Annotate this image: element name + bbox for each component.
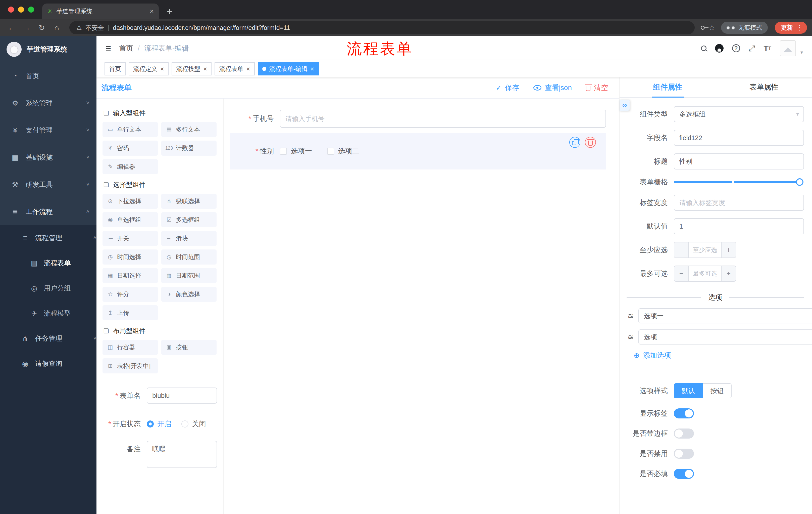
palette-item-cascader[interactable]: ⋔级联选择 [161,194,216,209]
palette-item-date-picker[interactable]: ▦日期选择 [103,268,158,283]
browser-update-button[interactable]: 更新 ⋮ [775,22,807,34]
tab-component-props[interactable]: 组件属性 [619,77,716,97]
radio-closed[interactable]: 关闭 [181,419,206,429]
sidebar-item-system[interactable]: ⚙ 系统管理 ˅ [0,89,96,117]
tag-home[interactable]: 首页 [105,62,126,76]
option-label-input[interactable] [638,329,812,345]
plus-button[interactable]: + [721,266,736,281]
user-avatar[interactable] [780,40,796,56]
back-icon[interactable]: ← [5,23,18,32]
clear-button[interactable]: 清空 [586,83,608,92]
window-close-button[interactable] [8,6,14,12]
tag-process-definition[interactable]: 流程定义 × [128,62,169,76]
border-toggle[interactable] [674,429,694,438]
font-size-icon[interactable]: TT [763,44,771,53]
tag-process-form[interactable]: 流程表单 × [214,62,255,76]
drag-handle-icon[interactable]: ≋ [628,312,634,320]
field-name-input[interactable] [674,130,804,146]
sidebar-item-leave-query[interactable]: ◉ 请假查询 [0,351,96,376]
remark-textarea[interactable]: 嘿嘿 [147,441,217,468]
tag-close-icon[interactable]: × [160,65,164,72]
checkbox-option-two[interactable]: 选项二 [327,146,359,156]
sidebar-item-home[interactable]: ◔ 首页 [0,62,96,89]
copy-widget-button[interactable] [569,137,580,148]
form-name-input[interactable] [147,387,217,404]
tag-close-icon[interactable]: × [203,65,207,72]
page-url[interactable]: dashboard.yudao.iocoder.cn/bpm/manager/f… [113,24,290,31]
fullscreen-icon[interactable]: ⤢ [749,44,755,53]
window-zoom-button[interactable] [28,6,34,12]
phone-field[interactable]: *手机号 [230,110,606,128]
title-input[interactable] [674,154,804,169]
tab-close-icon[interactable]: × [150,7,154,15]
tag-process-form-edit[interactable]: 流程表单-编辑 × [258,62,319,76]
palette-item-color-picker[interactable]: ◑颜色选择 [161,287,216,302]
disabled-toggle[interactable] [674,449,694,459]
add-option-button[interactable]: ⊕ 添加选项 [634,351,804,360]
password-key-icon[interactable] [701,26,705,30]
palette-item-radio-group[interactable]: ◉单选框组 [103,212,158,227]
min-checked-value[interactable]: 至少应选 [689,242,721,258]
palette-item-select[interactable]: ⊙下拉选择 [103,194,158,209]
minus-button[interactable]: − [674,242,689,258]
palette-item-row-container[interactable]: ◫行容器 [103,340,158,355]
tab-form-props[interactable]: 表单属性 [716,77,812,97]
sidebar-item-payment[interactable]: ¥ 支付管理 ˅ [0,117,96,144]
grid-slider[interactable] [674,181,800,183]
style-button-button[interactable]: 按钮 [703,383,732,398]
palette-item-slider[interactable]: ⊸滑块 [161,231,216,246]
window-minimize-button[interactable] [18,6,24,12]
reload-icon[interactable]: ↻ [35,23,48,32]
sidebar-item-infrastructure[interactable]: ▦ 基础设施 ˅ [0,144,96,171]
sidebar-item-workflow[interactable]: ≣ 工作流程 ˄ [0,198,96,225]
sidebar-item-process-form[interactable]: ▤ 流程表单 [0,250,96,276]
show-label-toggle[interactable] [674,408,694,418]
drag-handle-icon[interactable]: ≋ [628,333,634,342]
tag-close-icon[interactable]: × [246,65,250,72]
view-json-button[interactable]: 查看json [533,83,572,92]
security-label[interactable]: 不安全 [85,24,104,32]
github-icon[interactable] [715,44,724,53]
palette-item-table[interactable]: ⊞表格[开发中] [103,358,158,373]
bookmark-star-icon[interactable]: ☆ [709,24,715,32]
max-checked-value[interactable]: 最多可选 [689,266,721,281]
default-value-input[interactable] [674,218,804,234]
palette-item-textarea[interactable]: ▤多行文本 [161,122,216,137]
help-icon[interactable]: ? [732,44,740,52]
palette-item-time-picker[interactable]: ◷时间选择 [103,249,158,265]
tag-process-model[interactable]: 流程模型 × [172,62,211,76]
slider-handle[interactable] [796,178,804,186]
palette-item-checkbox-group[interactable]: ☑多选框组 [161,212,216,227]
sidebar-item-task-management[interactable]: ⋔ 任务管理 ˅ [0,326,96,351]
palette-item-rate[interactable]: ☆评分 [103,287,158,302]
forward-icon[interactable]: → [20,23,33,32]
palette-item-editor[interactable]: ✎编辑器 [103,159,158,174]
label-width-input[interactable] [674,195,804,211]
option-label-input[interactable] [638,308,812,323]
sidebar-item-devtools[interactable]: ⚒ 研发工具 ˅ [0,171,96,198]
required-toggle[interactable] [674,469,694,479]
sidebar-toggle-icon[interactable]: ≡ [106,43,111,54]
palette-item-counter[interactable]: 123计数器 [161,141,216,156]
home-icon[interactable]: ⌂ [50,23,63,32]
palette-item-time-range[interactable]: ◶时间范围 [161,249,216,265]
palette-item-date-range[interactable]: ▩日期范围 [161,268,216,283]
radio-open[interactable]: 开启 [147,419,171,429]
minus-button[interactable]: − [674,266,689,281]
new-tab-button[interactable]: + [167,6,172,17]
browser-menu-icon[interactable]: ⋮ [796,24,803,32]
palette-item-switch[interactable]: ⊶开关 [103,231,158,246]
link-icon[interactable]: ∞ [619,100,630,111]
search-icon[interactable] [701,46,706,51]
delete-widget-button[interactable] [585,137,596,148]
sidebar-item-user-group[interactable]: ◎ 用户分组 [0,276,96,301]
palette-item-upload[interactable]: ↥上传 [103,305,158,320]
component-type-select[interactable]: 多选框组 ▾ [674,106,804,122]
palette-item-button[interactable]: ▣按钮 [161,340,216,355]
sidebar-item-process-management[interactable]: ≡ 流程管理 ˄ [0,225,96,250]
palette-item-password[interactable]: ✳密码 [103,141,158,156]
palette-item-single-line-text[interactable]: ▭单行文本 [103,122,158,137]
sidebar-item-process-model[interactable]: ✈ 流程模型 [0,301,96,326]
browser-tab[interactable]: ✳ 芋道管理系统 × [42,3,159,19]
checkbox-option-one[interactable]: 选项一 [280,146,312,156]
